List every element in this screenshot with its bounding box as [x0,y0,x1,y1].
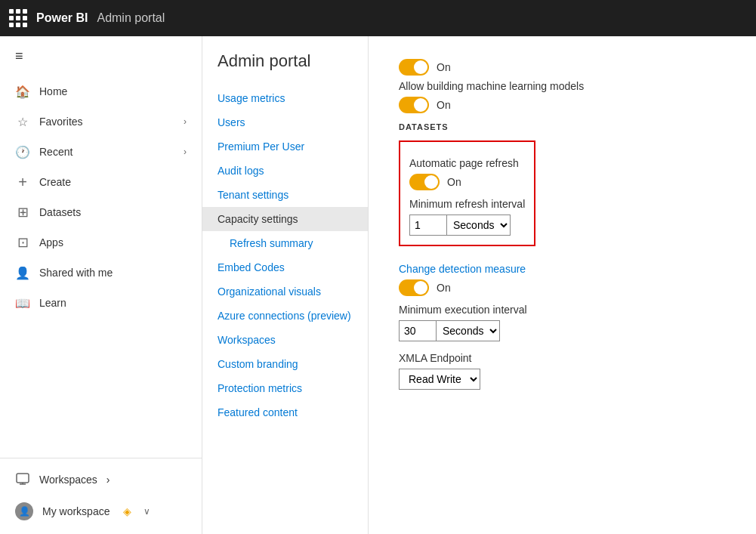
workspaces-chevron-icon: › [106,474,110,486]
sidebar-item-myworkspace-label: My workspace [42,505,110,517]
toggle1[interactable] [399,59,429,76]
nav-azure-connections[interactable]: Azure connections (preview) [202,304,368,328]
nav-tenant-settings[interactable]: Tenant settings [202,183,368,207]
toggle2[interactable] [399,97,429,113]
sidebar-item-apps-label: Apps [39,236,63,248]
nav-capacity-settings[interactable]: Capacity settings [202,207,368,231]
datasets-icon: ⊞ [15,205,30,220]
sidebar-nav: 🏠 Home ☆ Favorites › 🕐 Recent › + Create… [0,76,202,458]
nav-custom-branding[interactable]: Custom branding [202,352,368,376]
page-title: Admin portal [202,51,368,86]
app-subtitle: Admin portal [97,11,165,25]
toggle3-label: On [447,176,461,188]
refresh-interval-input[interactable] [409,215,447,236]
sidebar-item-shared[interactable]: 👤 Shared with me [0,258,202,288]
change-detection-label[interactable]: Change detection measure [399,263,726,275]
learn-icon: 📖 [15,295,30,310]
datasets-highlight-box: Automatic page refresh On Minimum refres… [399,140,535,246]
sidebar-item-datasets[interactable]: ⊞ Datasets [0,197,202,227]
apps-icon[interactable] [9,9,27,27]
nav-org-visuals[interactable]: Organizational visuals [202,279,368,304]
sidebar-item-favorites-label: Favorites [39,116,83,128]
refresh-interval-row: Seconds Minutes Hours [409,215,525,236]
home-icon: 🏠 [15,84,30,99]
app-name: Power BI [36,11,88,25]
toggle4-label: On [437,282,451,294]
sidebar-item-create-label: Create [39,176,71,188]
hamburger-icon[interactable]: ≡ [0,36,202,76]
xmla-endpoint-select[interactable]: Read Write Read Only Off [399,369,480,390]
sidebar-item-datasets-label: Datasets [39,206,81,218]
toggle1-label: On [437,61,451,73]
execution-interval-row: Seconds Minutes Hours [399,320,726,341]
nav-featured-content[interactable]: Featured content [202,400,368,424]
xmla-endpoint-label: XMLA Endpoint [399,352,726,364]
datasets-heading: DATASETS [399,122,726,131]
execution-interval-select[interactable]: Seconds Minutes Hours [437,320,500,341]
svg-rect-0 [17,474,29,483]
favorites-chevron-icon: › [184,116,187,127]
sidebar-item-recent[interactable]: 🕐 Recent › [0,137,202,167]
execution-interval-input[interactable] [399,320,437,341]
toggle1-row: On [399,59,726,76]
min-refresh-label: Minimum refresh interval [409,198,525,210]
myworkspace-chevron-down-icon: ∨ [143,506,150,517]
recent-icon: 🕐 [15,144,30,159]
nav-refresh-summary[interactable]: Refresh summary [202,231,368,255]
nav-usage-metrics[interactable]: Usage metrics [202,86,368,110]
secondary-nav: Admin portal Usage metrics Users Premium… [202,36,369,534]
create-icon: + [15,174,30,190]
allow-ml-label: Allow building machine learning models [399,80,726,92]
avatar: 👤 [15,502,33,520]
shared-icon: 👤 [15,265,30,280]
auto-refresh-label: Automatic page refresh [409,157,525,169]
sidebar-item-learn[interactable]: 📖 Learn [0,288,202,318]
nav-workspaces[interactable]: Workspaces [202,328,368,352]
nav-premium-per-user[interactable]: Premium Per User [202,134,368,159]
sidebar-item-recent-label: Recent [39,146,73,158]
sidebar-item-home[interactable]: 🏠 Home [0,76,202,106]
sidebar: ≡ 🏠 Home ☆ Favorites › 🕐 Recent › + Crea… [0,36,202,534]
toggle3-row: On [409,174,525,190]
sidebar-item-workspaces-label: Workspaces [39,474,97,486]
sidebar-item-create[interactable]: + Create [0,167,202,197]
sidebar-item-favorites[interactable]: ☆ Favorites › [0,106,202,137]
content-area: Admin portal Usage metrics Users Premium… [202,36,756,534]
xmla-select-row: Read Write Read Only Off [399,369,726,390]
sidebar-item-home-label: Home [39,85,67,97]
apps-nav-icon: ⊡ [15,235,30,250]
main-panel: On Allow building machine learning model… [369,36,756,534]
toggle4-row: On [399,279,726,296]
toggle3[interactable] [409,174,440,190]
favorites-icon: ☆ [15,114,30,129]
sidebar-bottom: Workspaces › 👤 My workspace ◈ ∨ [0,458,202,534]
recent-chevron-icon: › [184,147,187,157]
sidebar-item-apps[interactable]: ⊡ Apps [0,227,202,258]
toggle2-label: On [437,99,451,111]
toggle4[interactable] [399,279,429,296]
nav-embed-codes[interactable]: Embed Codes [202,255,368,279]
sidebar-item-workspaces[interactable]: Workspaces › [0,465,202,495]
diamond-icon: ◈ [123,505,131,517]
sidebar-item-myworkspace[interactable]: 👤 My workspace ◈ ∨ [0,495,202,528]
nav-protection-metrics[interactable]: Protection metrics [202,376,368,400]
toggle2-row: On [399,97,726,113]
min-execution-label: Minimum execution interval [399,304,726,316]
sidebar-item-learn-label: Learn [39,297,66,309]
allow-ml-section: On Allow building machine learning model… [399,59,726,113]
nav-users[interactable]: Users [202,110,368,134]
topbar: Power BI Admin portal [0,0,756,36]
refresh-interval-select[interactable]: Seconds Minutes Hours [447,215,511,236]
nav-audit-logs[interactable]: Audit logs [202,159,368,183]
workspaces-icon [15,472,30,487]
sidebar-item-shared-label: Shared with me [39,267,113,279]
